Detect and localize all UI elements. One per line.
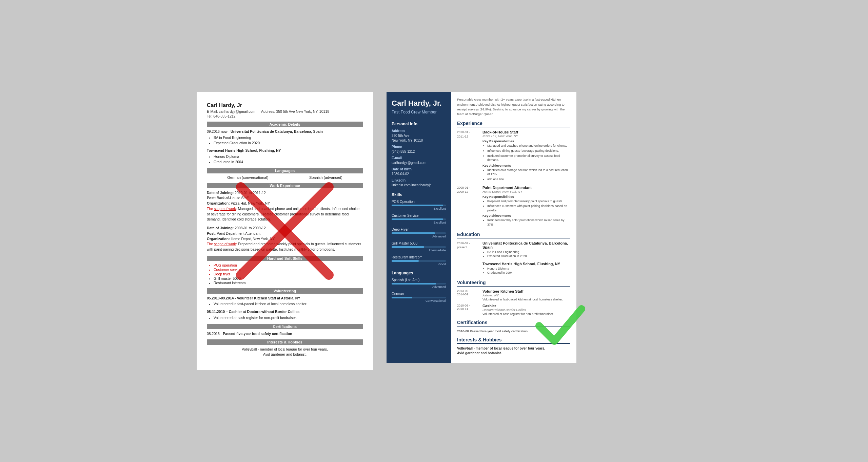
skill-customer: Customer service xyxy=(214,268,363,272)
section-languages: Languages xyxy=(207,168,363,173)
skills-title: Skills xyxy=(392,192,446,197)
languages-row: German (conversational) Spanish (advance… xyxy=(207,175,363,180)
hobby-item: Avid gardener and botanist. xyxy=(457,351,570,355)
phone-label: Phone xyxy=(392,145,446,149)
edu-entry: 2016-09 -present Universitat Politècnica… xyxy=(457,241,570,259)
left-name: Carl Hardy, Jr xyxy=(207,102,363,108)
edu-entry: Townsend Harris High School, Flushing, N… xyxy=(457,262,570,276)
left-tel-line: Tel: 646-555-1212 xyxy=(207,114,363,118)
personal-info-title: Personal Info xyxy=(392,122,446,126)
interests-text: Volleyball - member of local league for … xyxy=(207,347,363,357)
volunteering-entries: 2013-05 -2014-09 Volunteer Kitchen Staff… xyxy=(457,289,570,316)
skill-grill: Grill master 5000 xyxy=(214,276,363,280)
lang-item: Spanish (Lat. Am.) Advanced xyxy=(392,278,446,289)
hobby-item: Volleyball - member of local league for … xyxy=(457,346,570,350)
section-academic: Academic Details xyxy=(207,122,363,127)
skills-list: POS operation Customer service Deep frye… xyxy=(207,263,363,285)
main-content: Personable crew member with 2+ years exp… xyxy=(451,92,576,363)
address-value: 350 5th AveNew York, NY 10118 xyxy=(392,133,446,143)
section-certifications: Certifications xyxy=(207,324,363,329)
vol-entry-1: 05.2013-09.2014 - Volunteer Kitchen Staf… xyxy=(207,296,363,307)
summary: Personable crew member with 2+ years exp… xyxy=(457,97,570,117)
dob-label: Date of birth xyxy=(392,167,446,171)
skill-item: Customer Service Excellent xyxy=(392,214,446,224)
academic-entry-2: Townsend Harris High School, Flushing, N… xyxy=(207,148,363,164)
section-volunteering: Volunteering xyxy=(207,288,363,294)
skill-item: Deep Fryer Advanced xyxy=(392,228,446,238)
email-value: carlhardyjr@gmail.com xyxy=(219,109,256,113)
dob-value: 1989-04-02 xyxy=(392,172,446,176)
section-work: Work Experience xyxy=(207,183,363,188)
linkedin-value: linkedin.com/in/carlhardyjr xyxy=(392,183,446,188)
experience-entries: 2010-01 -2011-12 Back-of-House Staff Piz… xyxy=(457,130,570,227)
email-value-r: carlhardyjr@gmail.com xyxy=(392,161,446,165)
skill-fryer: Deep fryer xyxy=(214,272,363,276)
sidebar-title: Fast Food Crew Member xyxy=(392,110,446,115)
lang-item: German Conversational xyxy=(392,292,446,302)
cert-entry: 2016-08 Passed five-year food safety cer… xyxy=(457,329,570,333)
linkedin-label: LinkedIn xyxy=(392,178,446,182)
skill-intercom: Restaurant intercom xyxy=(214,281,363,285)
left-email-line: E-Mail: carlhardyjr@gmail.com Address: 3… xyxy=(207,109,363,113)
certifications-title: Certifications xyxy=(457,320,570,327)
exp-entry: 2008-01 -2009-12 Paint Department Attend… xyxy=(457,186,570,228)
page-container: Carl Hardy, Jr E-Mail: carlhardyjr@gmail… xyxy=(197,92,671,370)
lang-bars: Spanish (Lat. Am.) Advanced German Conve… xyxy=(392,278,446,302)
email-label: E-Mail: xyxy=(207,109,218,113)
languages-title: Languages xyxy=(392,271,446,275)
academic-entry-1: 09.2016-now - Universitat Politècnica de… xyxy=(207,129,363,145)
address-label: Address xyxy=(392,129,446,133)
education-title: Education xyxy=(457,232,570,238)
sidebar: Carl Hardy, Jr. Fast Food Crew Member Pe… xyxy=(387,92,451,363)
work-entry-1: Date of Joining: 2010-01 to 2011-12 Post… xyxy=(207,190,363,223)
exp-entry: 2010-01 -2011-12 Back-of-House Staff Piz… xyxy=(457,130,570,182)
section-interests: Interests & Hobbies xyxy=(207,339,363,345)
volunteering-title: Volunteering xyxy=(457,280,570,287)
vol-entry: 2013-05 -2014-09 Volunteer Kitchen Staff… xyxy=(457,289,570,301)
work-entry-2: Date of Joining: 2008-01 to 2009-12 Post… xyxy=(207,226,363,252)
skill-pos: POS operation xyxy=(214,263,363,267)
skills-bars: POS Operation Excellent Customer Service… xyxy=(392,200,446,266)
phone-value: (646) 555-1212 xyxy=(392,149,446,154)
skill-item: Grill Master 5000 Intermediate xyxy=(392,241,446,252)
tel-label: Tel: xyxy=(207,114,212,118)
skill-item: Restaurant Intercom Good xyxy=(392,255,446,266)
resume-bad: Carl Hardy, Jr E-Mail: carlhardyjr@gmail… xyxy=(197,92,373,370)
lang-german: German (conversational) xyxy=(227,175,268,180)
experience-title: Experience xyxy=(457,121,570,127)
hobby-entries: Volleyball - member of local league for … xyxy=(457,346,570,355)
skill-item: POS Operation Excellent xyxy=(392,200,446,210)
sidebar-name: Carl Hardy, Jr. xyxy=(392,99,446,108)
address-value: 350 5th Ave New York, NY, 10118 xyxy=(276,109,329,113)
education-entries: 2016-09 -present Universitat Politècnica… xyxy=(457,241,570,276)
interests-title: Interests & Hobbies xyxy=(457,337,570,344)
cert-entry: 08.2016 - Passed five-year food safety c… xyxy=(207,331,363,336)
lang-spanish: Spanish (advanced) xyxy=(309,175,342,180)
section-skills: Hard and Soft Skills xyxy=(207,256,363,261)
certification-entries: 2016-08 Passed five-year food safety cer… xyxy=(457,329,570,333)
address-label: Address: xyxy=(261,109,275,113)
vol-entry-2: 08-11.2010 – Cashier at Doctors without … xyxy=(207,309,363,320)
email-label-r: E-mail xyxy=(392,156,446,160)
tel-value: 646-555-1212 xyxy=(213,114,235,118)
resume-good: Carl Hardy, Jr. Fast Food Crew Member Pe… xyxy=(387,92,576,363)
vol-entry: 2010-08 -2010-11 Cashier Doctors without… xyxy=(457,304,570,316)
